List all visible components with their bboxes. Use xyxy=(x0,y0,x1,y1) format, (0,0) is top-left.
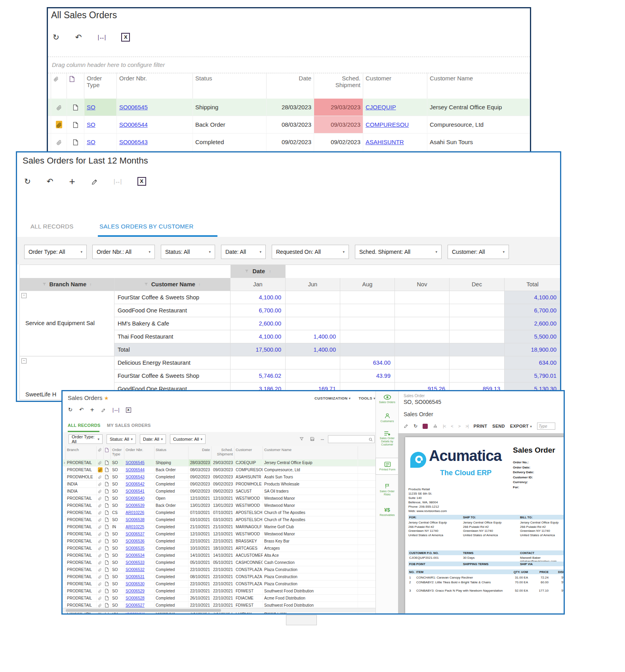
export-excel-icon[interactable]: X xyxy=(121,33,130,42)
order-nbr-link[interactable]: SO006533 xyxy=(126,560,145,565)
filter-chip[interactable]: Status: All▾ xyxy=(107,434,136,444)
undo-icon[interactable]: ↶ xyxy=(47,177,53,186)
order-nbr-link[interactable]: SO006536 xyxy=(126,539,145,543)
order-type-link[interactable]: SO xyxy=(87,104,95,110)
filter-drop-zone[interactable]: Drag column header here to configure fil… xyxy=(48,57,530,73)
order-nbr-link[interactable]: SO006543 xyxy=(119,139,148,145)
refresh-icon[interactable]: ↻ xyxy=(24,177,31,186)
paperclip-icon[interactable] xyxy=(97,488,104,495)
paperclip-icon[interactable] xyxy=(97,502,104,509)
note-icon[interactable] xyxy=(104,459,111,466)
refresh-icon[interactable]: ↻ xyxy=(68,407,72,413)
filter-chip[interactable]: Order Type: All▾ xyxy=(69,434,103,444)
order-nbr-link[interactable]: SO006535 xyxy=(126,546,145,550)
paperclip-icon[interactable] xyxy=(97,516,104,523)
filter-chip[interactable]: Order Type: All▾ xyxy=(24,245,87,259)
note-icon[interactable] xyxy=(104,545,111,552)
table-row[interactable]: SOSO006545Shipping28/03/202329/03/2023CJ… xyxy=(48,99,530,116)
note-icon[interactable] xyxy=(104,488,111,495)
column-header-month[interactable]: Jan xyxy=(231,278,286,291)
filter-chip[interactable]: Requested On: All▾ xyxy=(272,245,349,259)
note-icon[interactable] xyxy=(104,466,111,473)
order-nbr-link[interactable]: SO006544 xyxy=(119,121,148,128)
paperclip-icon[interactable] xyxy=(97,595,104,602)
search-icon[interactable] xyxy=(369,437,373,441)
order-nbr-link[interactable]: SO006534 xyxy=(126,553,145,558)
last-page-icon[interactable]: >| xyxy=(465,424,468,428)
column-header-month[interactable]: Dec xyxy=(450,278,505,291)
grid-row[interactable]: PRODRETAILSOSO006530Completed22/10/20212… xyxy=(63,581,375,588)
paperclip-icon[interactable] xyxy=(97,581,104,587)
order-type-link[interactable]: SO xyxy=(87,121,95,128)
column-header-month[interactable]: Jun xyxy=(286,278,340,291)
favorite-star-icon[interactable]: ★ xyxy=(104,395,109,401)
fit-width-icon[interactable]: |↔| xyxy=(114,177,122,186)
filter-chip[interactable]: Date: All▾ xyxy=(140,434,166,444)
order-nbr-link[interactable]: SO006545 xyxy=(126,461,145,465)
order-nbr-link[interactable]: SO006532 xyxy=(126,567,145,572)
column-header-status[interactable]: Status xyxy=(193,72,267,99)
column-header-total[interactable]: Total xyxy=(505,278,561,291)
paperclip-icon[interactable] xyxy=(97,559,104,566)
order-nbr-link[interactable]: SO006527 xyxy=(126,603,145,607)
grid-row[interactable]: PRODRETAILSOSO006540Open12/10/202112/10/… xyxy=(63,495,375,502)
column-header-customer[interactable]: Customer xyxy=(363,72,427,99)
order-nbr-link[interactable]: SO006528 xyxy=(126,596,145,600)
side-nav-item[interactable]: Sales Orders xyxy=(376,394,398,404)
order-nbr-link[interactable]: SO006537 xyxy=(126,532,145,536)
column-header-sched-shipment[interactable]: Sched. Shipment xyxy=(314,72,363,99)
paperclip-icon[interactable] xyxy=(97,524,104,530)
grid-row[interactable]: PRODRETAILSOSO006538Completed03/10/20210… xyxy=(63,516,375,524)
note-icon[interactable] xyxy=(104,524,111,530)
order-nbr-link[interactable]: SO006544 xyxy=(126,468,145,472)
menu-tools[interactable]: TOOLS ▾ xyxy=(358,396,375,400)
pdf-icon[interactable] xyxy=(423,424,428,429)
grid-row[interactable]: ›PRODRETAILSOSO006545Shipping28/03/20232… xyxy=(63,459,375,466)
grid-row[interactable]: PRODRETAILINAR010225Completed21/10/20212… xyxy=(63,524,375,531)
send-button[interactable]: SEND xyxy=(492,424,505,428)
filter-chip[interactable]: Customer: All▾ xyxy=(170,434,206,444)
column-header-customer-name[interactable]: Customer Name xyxy=(427,72,530,99)
filter-chip[interactable]: Status: All▾ xyxy=(161,245,215,259)
paperclip-icon[interactable] xyxy=(97,531,104,537)
note-icon[interactable] xyxy=(104,495,111,502)
first-page-icon[interactable]: |< xyxy=(443,424,446,428)
paperclip-icon[interactable] xyxy=(97,552,104,559)
order-nbr-link[interactable]: SO006542 xyxy=(126,482,145,486)
side-nav-item[interactable]: Customers xyxy=(376,413,398,423)
undo-icon[interactable]: ↶ xyxy=(75,33,82,42)
paperclip-icon[interactable] xyxy=(97,481,104,487)
grid-row[interactable]: PRODWHOLESOSO006543Completed09/02/202309… xyxy=(63,474,375,481)
horizontal-scrollbar[interactable] xyxy=(63,608,375,613)
grid-row[interactable]: PRODRETAILSOSO006528Completed26/10/20212… xyxy=(63,595,375,602)
note-icon[interactable] xyxy=(67,116,84,133)
grid-row[interactable]: PRODRETAILSOSO006536Completed22/10/20212… xyxy=(63,538,375,545)
edit-icon[interactable] xyxy=(91,177,98,186)
scrollbar-thumb[interactable] xyxy=(66,609,221,612)
grid-row[interactable]: INDIASOSO006542Completed09/02/202309/02/… xyxy=(63,481,375,488)
print-button[interactable]: PRINT xyxy=(474,424,488,428)
customer-link[interactable]: CJOEQUIP xyxy=(366,104,396,110)
grid-column-header[interactable]: Customer xyxy=(234,446,263,459)
order-type-link[interactable]: SO xyxy=(87,139,95,145)
note-icon[interactable] xyxy=(104,509,111,516)
column-header-branch-name[interactable]: Branch Name↑ xyxy=(20,278,114,291)
edit-icon[interactable] xyxy=(101,407,106,413)
more-options-icon[interactable]: ... xyxy=(321,436,324,441)
order-nbr-link[interactable]: AR010226 xyxy=(126,510,144,515)
grid-column-header[interactable]: Sched. Shipment xyxy=(212,446,234,459)
note-icon[interactable] xyxy=(104,531,111,537)
note-icon[interactable] xyxy=(67,72,84,99)
tab-my-sales-orders[interactable]: MY SALES ORDERS xyxy=(107,423,151,428)
panel-search-input[interactable] xyxy=(537,423,555,430)
refresh-icon[interactable]: ↻ xyxy=(413,423,417,429)
filter-chip[interactable]: Customer: All▾ xyxy=(448,245,509,259)
fit-width-icon[interactable]: |↔| xyxy=(98,33,106,42)
column-header-order-nbr[interactable]: Order Nbr. xyxy=(117,72,193,99)
grid-column-header[interactable]: Order Type xyxy=(111,446,124,459)
order-nbr-link[interactable]: SO006541 xyxy=(126,489,145,493)
note-icon[interactable] xyxy=(104,566,111,573)
paperclip-icon[interactable] xyxy=(97,509,104,516)
grid-row[interactable]: PRODRETAILSOSO006539Back Order13/01/2023… xyxy=(63,502,375,509)
paperclip-icon[interactable] xyxy=(51,116,67,133)
